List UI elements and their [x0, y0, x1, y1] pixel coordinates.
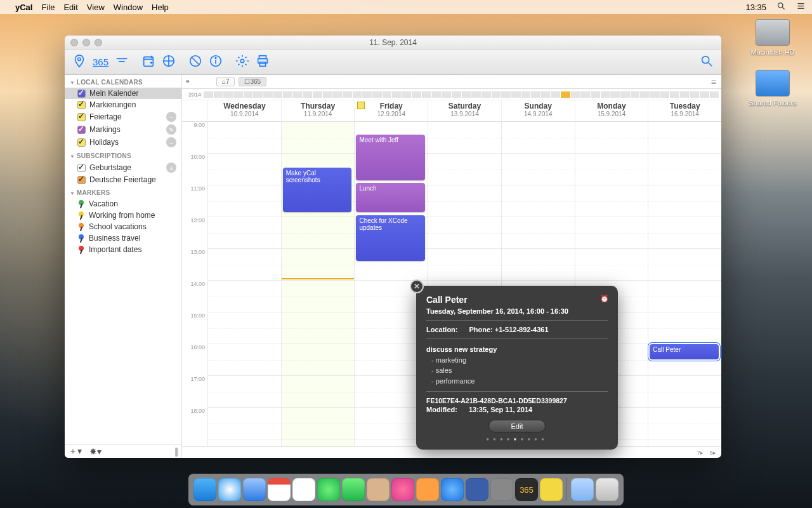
- action-button[interactable]: ✸▾: [89, 446, 102, 457]
- app-menu[interactable]: yCal: [15, 3, 32, 12]
- marker-item[interactable]: Business travel: [65, 232, 181, 244]
- event-lunch[interactable]: Lunch: [356, 183, 425, 212]
- dock-mail[interactable]: [243, 478, 266, 501]
- day-header[interactable]: Wednesday10.9.2014: [207, 100, 281, 121]
- alarm-icon[interactable]: ⏰: [600, 295, 609, 303]
- popover-page-dots[interactable]: ●●●●●●●●●: [426, 436, 608, 442]
- subscription-item[interactable]: Geburtstage⇣: [65, 161, 181, 174]
- calendar-item[interactable]: Mein Kalender: [65, 88, 181, 99]
- calendar-item[interactable]: Holidays–: [65, 136, 181, 149]
- year-timeline[interactable]: [201, 91, 721, 98]
- menu-view[interactable]: View: [87, 3, 105, 12]
- menubar-clock[interactable]: 13:35: [745, 3, 766, 12]
- dock-xcode[interactable]: [466, 478, 488, 501]
- menu-edit[interactable]: Edit: [63, 3, 77, 12]
- ycal-window: 11. Sep. 2014 365 LOCAL CALENDARS Mein K…: [65, 36, 721, 458]
- calendar-badge-icon[interactable]: ⇣: [166, 163, 176, 173]
- spotlight-icon[interactable]: [776, 1, 786, 13]
- section-local-calendars[interactable]: LOCAL CALENDARS: [65, 75, 181, 88]
- window-titlebar[interactable]: 11. Sep. 2014: [65, 36, 721, 50]
- event-make-screenshots[interactable]: Make yCal screenshots: [283, 168, 352, 212]
- calendar-badge-icon[interactable]: ✎: [166, 124, 176, 135]
- sidebar: LOCAL CALENDARS Mein KalenderMarkierunge…: [65, 75, 182, 458]
- dock-ibooks[interactable]: [416, 478, 439, 501]
- note-icon[interactable]: [357, 102, 365, 109]
- filter-icon[interactable]: [115, 54, 129, 70]
- day-header[interactable]: Thursday11.9.2014: [281, 100, 355, 121]
- dock-itunes[interactable]: [391, 478, 414, 501]
- section-subscriptions[interactable]: SUBSCRIPTIONS: [65, 149, 181, 161]
- calendar-badge-icon[interactable]: –: [166, 112, 176, 122]
- subscription-item[interactable]: Deutsche Feiertage: [65, 174, 181, 185]
- add-button[interactable]: ＋▾: [69, 446, 82, 457]
- toolbar-365[interactable]: 365: [93, 57, 108, 67]
- calendar-badge-icon[interactable]: –: [166, 137, 176, 147]
- menu-file[interactable]: File: [41, 3, 55, 12]
- calendar-checkbox[interactable]: [77, 126, 86, 134]
- calendar-checkbox[interactable]: [77, 176, 86, 184]
- dock-calendar[interactable]: [268, 478, 291, 501]
- dock-finder[interactable]: [193, 478, 216, 501]
- menu-help[interactable]: Help: [152, 3, 169, 12]
- marker-pin-icon: [77, 200, 85, 208]
- timezone-icon[interactable]: [162, 54, 176, 70]
- marker-item[interactable]: School vacations: [65, 221, 181, 232]
- day-header[interactable]: Friday12.9.2014: [354, 100, 428, 121]
- location-icon[interactable]: [72, 54, 86, 70]
- dock-appstore[interactable]: [441, 478, 464, 501]
- menu-window[interactable]: Window: [114, 3, 143, 12]
- popover-close-button[interactable]: ✕: [410, 279, 424, 293]
- day-column[interactable]: Make yCal screenshots: [281, 122, 355, 446]
- desktop-shared-folders[interactable]: Shared Folders: [747, 70, 798, 107]
- day-column[interactable]: Call Peter: [648, 122, 721, 446]
- print-icon[interactable]: [256, 54, 270, 70]
- search-icon[interactable]: [700, 54, 714, 70]
- calendar-item[interactable]: Markierungen: [65, 99, 181, 110]
- svg-line-1: [782, 7, 784, 9]
- calendar-item[interactable]: Markings✎: [65, 123, 181, 136]
- calendar-item[interactable]: Feiertage–: [65, 110, 181, 123]
- dock-trash[interactable]: [596, 478, 619, 501]
- nav-day-button[interactable]: 5▸: [710, 450, 716, 456]
- event-xcode-updates[interactable]: Check for XCode updates: [356, 215, 425, 261]
- event-call-peter[interactable]: Call Peter: [650, 344, 719, 359]
- sidebar-resize-handle[interactable]: |||: [174, 446, 178, 457]
- desktop-macintosh-hd[interactable]: Macintosh HD: [747, 19, 798, 56]
- marker-item[interactable]: Important dates: [65, 244, 181, 255]
- dock-messages[interactable]: [317, 478, 340, 501]
- notification-center-icon[interactable]: [796, 1, 806, 13]
- popover-notes: discuss new strategy - marketing - sales…: [426, 344, 608, 386]
- list-toggle-icon[interactable]: ≡: [186, 78, 190, 85]
- dock-reminders[interactable]: [292, 478, 315, 501]
- day-header[interactable]: Sunday14.9.2014: [501, 100, 575, 121]
- event-meet-jeff[interactable]: Meet with Jeff: [356, 135, 425, 180]
- calendar-checkbox[interactable]: [77, 113, 86, 121]
- marker-item[interactable]: Vacation: [65, 198, 181, 210]
- dock-app-warn[interactable]: [540, 478, 563, 501]
- calendar-checkbox[interactable]: [77, 101, 86, 109]
- nav-week-button[interactable]: 7▸: [697, 450, 704, 456]
- day-header[interactable]: Saturday13.9.2014: [428, 100, 501, 121]
- info-icon[interactable]: [209, 54, 223, 70]
- dock-contacts[interactable]: [367, 478, 390, 501]
- day-column[interactable]: [207, 122, 281, 446]
- dock-safari[interactable]: [218, 478, 241, 501]
- view-year-button[interactable]: ☐365: [239, 77, 266, 86]
- day-header[interactable]: Tuesday16.9.2014: [648, 100, 721, 121]
- section-markers[interactable]: MARKERS: [65, 185, 181, 198]
- view-week-button[interactable]: ⌂7: [216, 77, 235, 86]
- day-header[interactable]: Monday15.9.2014: [575, 100, 648, 121]
- calendar-checkbox[interactable]: [77, 138, 86, 147]
- dock-facetime[interactable]: [342, 478, 365, 501]
- calendar-checkbox[interactable]: [77, 90, 86, 98]
- new-event-icon[interactable]: [141, 54, 155, 70]
- dock-folder[interactable]: [571, 478, 594, 501]
- dock-preferences[interactable]: [490, 478, 513, 501]
- list-toggle-right-icon[interactable]: ≡: [711, 77, 721, 87]
- marker-item[interactable]: Working from home: [65, 210, 181, 221]
- settings-icon[interactable]: [235, 54, 249, 70]
- dock-ycal[interactable]: 365: [515, 478, 538, 501]
- popover-edit-button[interactable]: Edit: [488, 420, 546, 432]
- calendar-checkbox[interactable]: [77, 164, 86, 172]
- disable-icon[interactable]: [188, 54, 202, 70]
